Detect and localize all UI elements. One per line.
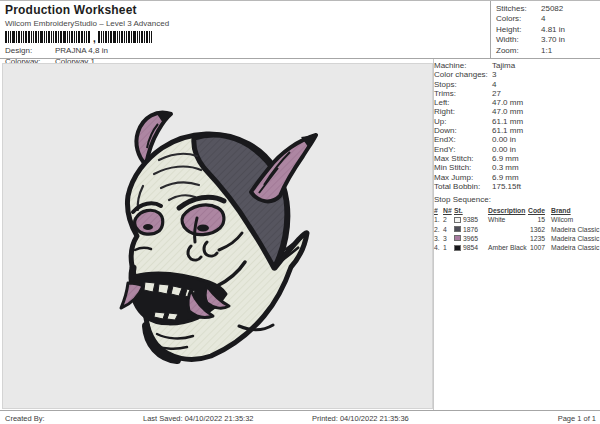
stop-sequence-row: 3.339651235Madeira Classic 40 bbox=[434, 234, 598, 243]
thread-color-swatch bbox=[454, 217, 461, 223]
barcode-bar bbox=[98, 31, 100, 43]
barcode-bar bbox=[119, 31, 120, 43]
stats-row: Stitches:25082 bbox=[496, 4, 600, 14]
stats-row: Colors:4 bbox=[496, 14, 600, 24]
machine-info-row: Right:47.0 mm bbox=[434, 107, 598, 116]
barcode-bar bbox=[67, 31, 68, 43]
barcode-bar bbox=[86, 31, 87, 43]
stats-label: Zoom: bbox=[496, 46, 541, 56]
stats-row: Zoom:1:1 bbox=[496, 46, 600, 56]
machine-info-row: Down:61.1 mm bbox=[434, 126, 598, 135]
column-header-n: N# bbox=[443, 206, 454, 215]
barcode-bar bbox=[18, 31, 20, 43]
machine-info-value: 0.00 in bbox=[492, 135, 516, 144]
barcode-bar bbox=[131, 31, 132, 43]
thread-color-swatch bbox=[454, 226, 461, 232]
stop-sequence-header-row: #N#St.DescriptionCodeBrand bbox=[434, 206, 598, 215]
stats-label: Width: bbox=[496, 35, 541, 45]
barcode-bar bbox=[38, 31, 39, 43]
barcode-bar bbox=[121, 31, 123, 43]
machine-info-value: 6.9 mm bbox=[492, 154, 519, 163]
design-canvas bbox=[2, 63, 433, 409]
barcode-bar bbox=[103, 31, 104, 43]
barcode: , bbox=[5, 31, 169, 44]
machine-info-row: Color changes:3 bbox=[434, 70, 598, 79]
barcode-bar bbox=[137, 31, 138, 43]
barcode-bar bbox=[40, 31, 43, 43]
software-version-label: Wilcom EmbroideryStudio – Level 3 Advanc… bbox=[5, 19, 169, 28]
hannya-mask-embroidery-design bbox=[99, 90, 339, 390]
seq-number: 3. bbox=[434, 234, 443, 243]
machine-info-value: 0.00 in bbox=[492, 145, 516, 154]
footer: Created By: Last Saved: 04/10/2022 21:35… bbox=[0, 410, 600, 424]
column-header-brand: Brand bbox=[547, 206, 598, 215]
barcode-bar bbox=[81, 31, 83, 43]
machine-info-label: Stops: bbox=[434, 80, 492, 89]
column-header-: # bbox=[434, 206, 443, 215]
machine-info-row: Left:47.0 mm bbox=[434, 98, 598, 107]
barcode-bar bbox=[5, 31, 7, 43]
machine-info-label: Up: bbox=[434, 117, 492, 126]
machine-info-value: 175.15ft bbox=[492, 182, 521, 191]
barcode-bars-right bbox=[98, 31, 153, 43]
needle-number: 2 bbox=[443, 215, 454, 224]
thread-color-swatch bbox=[454, 245, 461, 251]
page-title: Production Worksheet bbox=[5, 3, 169, 17]
barcode-bar bbox=[84, 31, 85, 43]
machine-info-label: Right: bbox=[434, 107, 492, 116]
design-value: PRAJNA 4,8 in bbox=[55, 46, 108, 55]
machine-info-value: 0.3 mm bbox=[492, 163, 519, 172]
stop-sequence-row: 1.29385White15Wilcom bbox=[434, 215, 598, 224]
seq-number: 1. bbox=[434, 215, 443, 224]
thread-number: 9854 bbox=[463, 243, 478, 252]
machine-info-value: 47.0 mm bbox=[492, 107, 523, 116]
design-stats-box: Stitches:25082Colors:4Height:4.81 inWidt… bbox=[490, 1, 600, 58]
barcode-bar bbox=[8, 31, 9, 43]
machine-info-value: 47.0 mm bbox=[492, 98, 523, 107]
page-number-label: Page 1 of 1 bbox=[558, 414, 596, 423]
thread-brand: Wilcom bbox=[547, 215, 598, 224]
machine-info-value: 3 bbox=[492, 70, 496, 79]
barcode-bar bbox=[105, 31, 107, 43]
machine-info-row: EndX:0.00 in bbox=[434, 135, 598, 144]
column-header-st: St. bbox=[454, 206, 488, 215]
thread-number: 9385 bbox=[463, 215, 478, 224]
barcode-bar bbox=[144, 31, 145, 43]
barcode-bar bbox=[48, 31, 50, 43]
machine-info-label: Min Stitch: bbox=[434, 163, 492, 172]
barcode-bar bbox=[53, 31, 54, 43]
barcode-bar bbox=[141, 31, 143, 43]
barcode-bar bbox=[113, 31, 116, 43]
thread-cell: 3965 bbox=[454, 234, 488, 243]
barcode-bar bbox=[146, 31, 148, 43]
thread-code: 1362 bbox=[528, 225, 547, 234]
design-label: Design: bbox=[5, 46, 55, 55]
machine-info-value: 4 bbox=[492, 80, 496, 89]
machine-info-label: Machine: bbox=[434, 61, 492, 70]
barcode-bar bbox=[21, 31, 22, 43]
thread-color-swatch bbox=[454, 235, 461, 241]
stats-row: Height:4.81 in bbox=[496, 25, 600, 35]
seq-number: 4. bbox=[434, 243, 443, 252]
barcode-bar bbox=[10, 31, 11, 43]
barcode-bar bbox=[60, 31, 62, 43]
barcode-separator: , bbox=[93, 31, 96, 47]
barcode-bar bbox=[139, 31, 140, 43]
header-left: Production Worksheet Wilcom EmbroiderySt… bbox=[5, 3, 169, 66]
barcode-bar bbox=[128, 31, 130, 43]
barcode-bar bbox=[33, 31, 34, 43]
thread-cell: 9385 bbox=[454, 215, 488, 224]
machine-info-value: 27 bbox=[492, 89, 501, 98]
barcode-bar bbox=[35, 31, 37, 43]
design-row: Design:PRAJNA 4,8 in bbox=[5, 46, 169, 55]
machine-info-value: 6.9 mm bbox=[492, 173, 519, 182]
stats-value: 4 bbox=[541, 14, 545, 24]
machine-info-label: Down: bbox=[434, 126, 492, 135]
barcode-bar bbox=[16, 31, 17, 43]
machine-info-label: Left: bbox=[434, 98, 492, 107]
barcode-bar bbox=[44, 31, 45, 43]
thread-brand: Madeira Classic 40 bbox=[547, 243, 600, 252]
barcode-bar bbox=[58, 31, 59, 43]
barcode-bar bbox=[117, 31, 118, 43]
thread-cell: 9854 bbox=[454, 243, 488, 252]
